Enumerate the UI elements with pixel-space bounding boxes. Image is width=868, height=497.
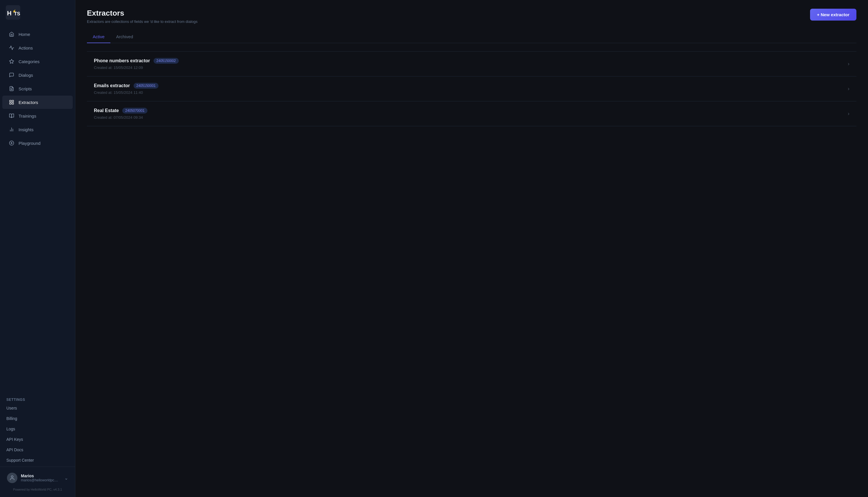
extractor-item[interactable]: Real Estate 2405070001 Created at: 07/05… (87, 101, 856, 126)
page-header: Extractors Extractors are collections of… (87, 9, 856, 24)
app-logo: H ⚡ TS (6, 5, 20, 20)
extractor-badge: 2405150001 (134, 83, 159, 89)
svg-rect-7 (10, 100, 11, 102)
extractor-badge: 2405150002 (154, 58, 179, 64)
sidebar-item-categories[interactable]: Categories (2, 55, 73, 68)
svg-rect-8 (12, 100, 14, 102)
extractor-item[interactable]: Phone numbers extractor 2405150002 Creat… (87, 51, 856, 76)
playground-icon (9, 140, 14, 146)
sidebar-item-home[interactable]: Home (2, 28, 73, 41)
chevron-right-icon: › (848, 86, 850, 92)
svg-rect-10 (10, 103, 11, 104)
settings-link-billing[interactable]: Billing (6, 413, 69, 424)
sidebar-item-trainings[interactable]: Trainings (2, 109, 73, 123)
user-menu[interactable]: Marios marios@helloworldpc.... ⌄ (5, 470, 70, 485)
extractor-date: Created at: 15/05/2024 11:40 (94, 90, 158, 95)
insights-icon (9, 127, 14, 132)
extractor-info: Real Estate 2405070001 Created at: 07/05… (94, 108, 148, 119)
powered-by-text: Powered by HelloWorld PC, v4.3.1 (5, 485, 70, 494)
page-title: Extractors (87, 9, 198, 18)
extractors-icon (9, 99, 14, 105)
extractor-info: Emails extractor 2405150001 Created at: … (94, 83, 158, 95)
page-subtitle: Extractors are collections of fields we … (87, 19, 198, 24)
settings-heading: Settings (6, 398, 69, 402)
sidebar-item-label: Dialogs (18, 73, 33, 77)
sidebar: H ⚡ TS Home Actions (0, 0, 75, 497)
extractor-name: Emails extractor (94, 83, 130, 88)
sidebar-item-scripts[interactable]: Scripts (2, 82, 73, 95)
header-text: Extractors Extractors are collections of… (87, 9, 198, 24)
avatar (7, 473, 17, 483)
extractor-list: Phone numbers extractor 2405150002 Creat… (87, 51, 856, 126)
sidebar-item-extractors[interactable]: Extractors (2, 96, 73, 109)
actions-icon (9, 45, 14, 51)
extractor-date: Created at: 15/05/2024 12:09 (94, 66, 179, 70)
sidebar-item-label: Home (18, 32, 30, 37)
svg-text:H: H (7, 10, 12, 17)
sidebar-item-label: Trainings (18, 114, 36, 118)
svg-rect-9 (12, 103, 14, 104)
main-content: Extractors Extractors are collections of… (75, 0, 868, 497)
sidebar-item-label: Categories (18, 59, 40, 64)
settings-link-users[interactable]: Users (6, 403, 69, 413)
extractor-title-row: Phone numbers extractor 2405150002 (94, 58, 179, 64)
sidebar-item-label: Extractors (18, 100, 38, 105)
settings-link-api-keys[interactable]: API Keys (6, 434, 69, 444)
home-icon (9, 31, 14, 37)
chevron-right-icon: › (848, 61, 850, 67)
sidebar-item-dialogs[interactable]: Dialogs (2, 68, 73, 82)
logo-area: H ⚡ TS (0, 0, 75, 25)
tab-archived[interactable]: Archived (110, 31, 139, 43)
new-extractor-button[interactable]: + New extractor (810, 9, 856, 20)
extractor-date: Created at: 07/05/2024 09:34 (94, 115, 148, 119)
settings-section: Settings Users Billing Logs API Keys API… (0, 394, 75, 467)
svg-point-16 (11, 476, 13, 478)
svg-marker-4 (10, 59, 14, 63)
user-details: Marios marios@helloworldpc.... (21, 473, 61, 482)
sidebar-item-playground[interactable]: Playground (2, 137, 73, 150)
sidebar-footer: Marios marios@helloworldpc.... ⌄ Powered… (0, 467, 75, 497)
settings-link-logs[interactable]: Logs (6, 424, 69, 434)
svg-text:TS: TS (14, 11, 20, 16)
tab-active[interactable]: Active (87, 31, 110, 43)
sidebar-item-label: Playground (18, 141, 41, 146)
categories-icon (9, 58, 14, 64)
tabs-container: Active Archived (87, 31, 856, 43)
extractor-title-row: Real Estate 2405070001 (94, 108, 148, 114)
chevron-down-icon: ⌄ (64, 475, 68, 481)
user-email: marios@helloworldpc.... (21, 478, 61, 482)
sidebar-item-actions[interactable]: Actions (2, 41, 73, 55)
svg-marker-15 (11, 142, 13, 144)
extractor-name: Real Estate (94, 108, 119, 113)
extractor-name: Phone numbers extractor (94, 58, 150, 63)
scripts-icon (9, 86, 14, 91)
dialogs-icon (9, 72, 14, 78)
trainings-icon (9, 113, 14, 119)
extractor-info: Phone numbers extractor 2405150002 Creat… (94, 58, 179, 70)
sidebar-item-label: Scripts (18, 86, 32, 91)
chevron-right-icon: › (848, 111, 850, 117)
settings-link-api-docs[interactable]: API Docs (6, 444, 69, 455)
sidebar-item-label: Insights (18, 127, 33, 132)
sidebar-item-label: Actions (18, 45, 33, 51)
svg-point-14 (10, 141, 14, 145)
extractor-badge: 2405070001 (122, 108, 148, 114)
extractor-title-row: Emails extractor 2405150001 (94, 83, 158, 89)
settings-link-support[interactable]: Support Center (6, 455, 69, 466)
user-name: Marios (21, 473, 61, 478)
main-nav: Home Actions Categories (0, 25, 75, 394)
sidebar-item-insights[interactable]: Insights (2, 123, 73, 136)
extractor-item[interactable]: Emails extractor 2405150001 Created at: … (87, 76, 856, 101)
